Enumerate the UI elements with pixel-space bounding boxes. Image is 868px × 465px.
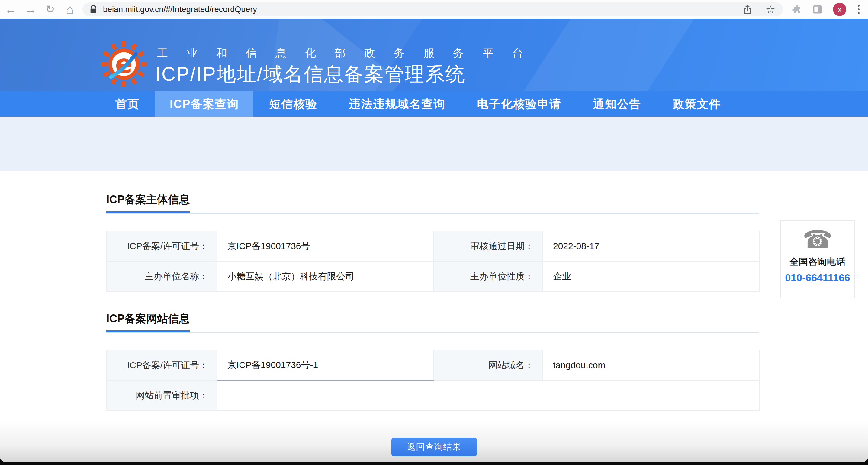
site-header: e 工业和信息化部政务服务平台 ICP/IP地址/域名信息备案管理系统 (0, 19, 868, 91)
table-row: ICP备案/许可证号： 京ICP备19001736号-1 网站域名： tangd… (106, 350, 759, 380)
back-to-results-button[interactable]: 返回查询结果 (392, 438, 477, 456)
search-band: 搜索 (0, 117, 868, 171)
cell-label: 主办单位名称： (106, 261, 217, 291)
main-nav: 首页 ICP备案查询 短信核验 违法违规域名查询 电子化核验申请 通知公告 政策… (0, 91, 868, 117)
platform-title: 工业和信息化部政务服务平台 (157, 46, 542, 61)
profile-avatar[interactable]: x (833, 3, 846, 16)
table-row: 网站前置审批项： (106, 380, 759, 411)
section-divider (106, 213, 759, 214)
contact-card: ☎ 全国咨询电话 010-66411166 (780, 220, 855, 298)
section-divider (106, 332, 759, 333)
subject-section-title: ICP备案主体信息 (106, 192, 190, 213)
share-icon[interactable] (743, 4, 752, 14)
cell-value[interactable]: 2022-08-17 (542, 231, 759, 261)
browser-toolbar: ← → ↻ ⌂ beian.miit.gov.cn/#/Integrated/r… (0, 0, 868, 19)
nav-item-home[interactable]: 首页 (100, 91, 155, 117)
cell-value[interactable] (217, 380, 759, 411)
nav-item-e-verify[interactable]: 电子化核验申请 (461, 91, 577, 117)
nav-item-policy-files[interactable]: 政策文件 (657, 91, 737, 117)
cell-label: 审核通过日期： (433, 231, 542, 261)
website-info-table: ICP备案/许可证号： 京ICP备19001736号-1 网站域名： tangd… (106, 350, 760, 411)
cell-value[interactable]: 企业 (542, 261, 759, 291)
address-bar[interactable]: beian.miit.gov.cn/#/Integrated/recordQue… (83, 2, 783, 16)
nav-item-icp-query[interactable]: ICP备案查询 (155, 91, 253, 117)
lock-icon (89, 4, 98, 14)
nav-item-sms-verify[interactable]: 短信核验 (253, 91, 333, 117)
url-text[interactable]: beian.miit.gov.cn/#/Integrated/recordQue… (103, 5, 743, 14)
cell-label: 网站前置审批项： (106, 380, 217, 411)
nav-item-illegal-domains[interactable]: 违法违规域名查询 (333, 91, 461, 117)
contact-phone-number[interactable]: 010-66411166 (781, 272, 855, 284)
miit-logo: e (101, 40, 147, 88)
cell-value[interactable]: 京ICP备19001736号 (217, 231, 433, 261)
cell-label: ICP备案/许可证号： (106, 231, 217, 261)
cell-label: 主办单位性质： (433, 261, 542, 291)
table-row: ICP备案/许可证号： 京ICP备19001736号 审核通过日期： 2022-… (106, 231, 759, 261)
extensions-puzzle-icon[interactable] (792, 4, 802, 14)
back-icon[interactable]: ← (2, 0, 19, 19)
cell-value[interactable]: tangdou.com (542, 350, 759, 380)
cell-value[interactable]: 京ICP备19001736号-1 (217, 350, 433, 380)
cell-label: ICP备案/许可证号： (106, 350, 217, 380)
screen: ← → ↻ ⌂ beian.miit.gov.cn/#/Integrated/r… (0, 0, 868, 465)
cell-label: 网站域名： (433, 350, 542, 380)
cell-value[interactable]: 小糖互娱（北京）科技有限公司 (217, 261, 433, 291)
bookmark-star-icon[interactable]: ☆ (766, 3, 775, 16)
subject-info-table: ICP备案/许可证号： 京ICP备19001736号 审核通过日期： 2022-… (106, 231, 760, 292)
nav-item-notices[interactable]: 通知公告 (577, 91, 657, 117)
side-panel-icon[interactable] (812, 4, 823, 14)
contact-title: 全国咨询电话 (781, 256, 855, 268)
telephone-icon: ☎ (781, 227, 855, 252)
website-section-title: ICP备案网站信息 (106, 312, 190, 332)
browser-window: ← → ↻ ⌂ beian.miit.gov.cn/#/Integrated/r… (0, 0, 868, 462)
system-title: ICP/IP地址/域名信息备案管理系统 (155, 61, 466, 87)
table-row: 主办单位名称： 小糖互娱（北京）科技有限公司 主办单位性质： 企业 (106, 261, 759, 291)
forward-icon[interactable]: → (22, 0, 39, 19)
reload-icon[interactable]: ↻ (42, 0, 59, 19)
menu-kebab-icon[interactable] (857, 4, 861, 15)
home-icon[interactable]: ⌂ (61, 0, 78, 19)
